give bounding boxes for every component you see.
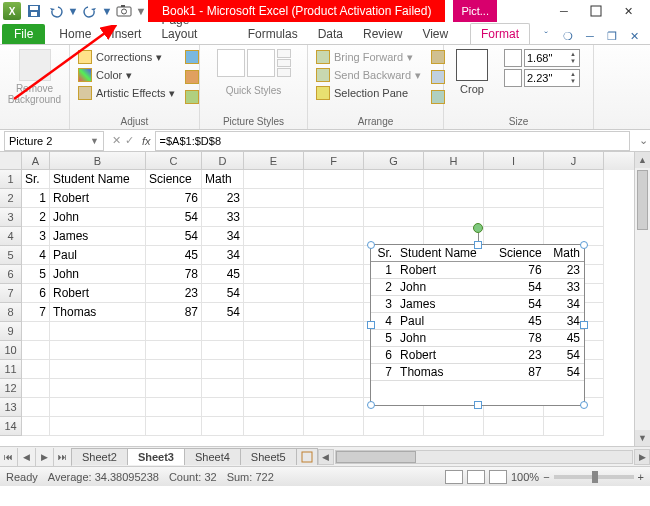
minimize-icon[interactable]: ─ [552,2,576,20]
cell[interactable] [304,398,364,417]
cell[interactable] [244,227,304,246]
corrections-button[interactable]: Corrections ▾ [76,49,177,65]
cell[interactable] [544,417,604,436]
cell[interactable] [304,417,364,436]
column-header[interactable]: H [424,152,484,170]
sheet-nav-first-icon[interactable]: ⏮ [0,448,18,466]
cell[interactable] [304,265,364,284]
cell[interactable] [424,417,484,436]
mdi-restore-icon[interactable]: ❐ [604,28,620,44]
cell[interactable] [304,189,364,208]
page-break-view-icon[interactable] [489,470,507,484]
send-backward-button[interactable]: Send Backward ▾ [314,67,423,83]
row-header[interactable]: 9 [0,322,22,341]
selection-handle[interactable] [367,401,375,409]
selection-handle[interactable] [367,241,375,249]
zoom-in-icon[interactable]: + [638,471,644,483]
column-header[interactable]: A [22,152,50,170]
cell[interactable]: 1 [22,189,50,208]
mdi-close-icon[interactable]: ✕ [626,28,642,44]
cell[interactable]: Paul [50,246,146,265]
cell[interactable] [50,341,146,360]
cell[interactable] [484,417,544,436]
cell[interactable]: 34 [202,227,244,246]
cell[interactable]: Math [202,170,244,189]
row-header[interactable]: 14 [0,417,22,436]
cell[interactable]: 23 [202,189,244,208]
row-header[interactable]: 12 [0,379,22,398]
cell[interactable] [146,341,202,360]
change-picture-button[interactable] [183,69,201,85]
cell[interactable] [22,360,50,379]
enter-formula-icon[interactable]: ✓ [125,134,134,147]
cell[interactable]: 54 [146,208,202,227]
tab-home[interactable]: Home [49,24,101,44]
select-all-corner[interactable] [0,152,22,170]
tab-view[interactable]: View [412,24,458,44]
page-layout-view-icon[interactable] [467,470,485,484]
scroll-up-icon[interactable]: ▲ [635,152,650,168]
cell[interactable] [484,208,544,227]
cell[interactable] [146,417,202,436]
cell[interactable] [304,170,364,189]
color-button[interactable]: Color ▾ [76,67,177,83]
cell[interactable] [364,208,424,227]
maximize-icon[interactable] [584,2,608,20]
selection-handle[interactable] [580,321,588,329]
cell[interactable]: 33 [202,208,244,227]
column-header[interactable]: E [244,152,304,170]
cell[interactable]: Robert [50,284,146,303]
cell[interactable] [50,322,146,341]
cell[interactable] [544,208,604,227]
save-icon[interactable] [24,2,44,20]
cell[interactable] [202,341,244,360]
column-header[interactable]: D [202,152,244,170]
redo-icon[interactable] [80,2,100,20]
cell[interactable]: 7 [22,303,50,322]
cell[interactable] [424,170,484,189]
name-box-dropdown-icon[interactable]: ▼ [90,136,99,146]
tab-data[interactable]: Data [308,24,353,44]
cell[interactable] [304,246,364,265]
cell[interactable] [244,417,304,436]
cell[interactable] [244,303,304,322]
cell[interactable] [202,322,244,341]
hscroll-right-icon[interactable]: ▶ [634,449,650,465]
cell[interactable] [544,189,604,208]
tab-insert[interactable]: Insert [101,24,151,44]
cell[interactable] [244,322,304,341]
cell[interactable]: 54 [202,303,244,322]
qat-dropdown-icon[interactable]: ▼ [68,2,78,20]
cell[interactable] [146,379,202,398]
cell[interactable]: Thomas [50,303,146,322]
cell[interactable]: 78 [146,265,202,284]
cell[interactable] [304,284,364,303]
cell[interactable]: 34 [202,246,244,265]
cell[interactable]: 23 [146,284,202,303]
cell[interactable]: 6 [22,284,50,303]
cell[interactable] [304,208,364,227]
selection-handle[interactable] [580,241,588,249]
gallery-up-icon[interactable] [277,49,291,58]
cell[interactable] [484,189,544,208]
tab-formulas[interactable]: Formulas [238,24,308,44]
column-header[interactable]: C [146,152,202,170]
tab-review[interactable]: Review [353,24,412,44]
cell[interactable] [50,398,146,417]
cell[interactable] [304,322,364,341]
cell[interactable] [244,284,304,303]
cell[interactable] [202,417,244,436]
selection-handle[interactable] [474,241,482,249]
sheet-tab[interactable]: Sheet5 [240,448,297,465]
cell[interactable]: John [50,265,146,284]
cell[interactable] [244,398,304,417]
insert-sheet-icon[interactable] [296,448,318,465]
row-header[interactable]: 6 [0,265,22,284]
row-header[interactable]: 4 [0,227,22,246]
cell[interactable]: 45 [146,246,202,265]
tab-format[interactable]: Format [470,23,530,44]
cell[interactable]: James [50,227,146,246]
reset-picture-button[interactable] [183,89,201,105]
camera-picture-object[interactable]: Sr.Student NameScienceMath1Robert76232Jo… [370,244,585,406]
cell[interactable] [22,322,50,341]
